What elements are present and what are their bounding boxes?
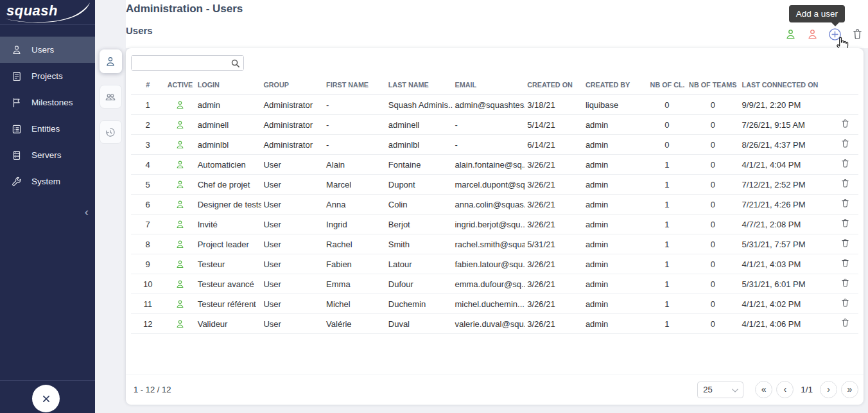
col-header-created-by[interactable]: CREATED BY — [584, 76, 648, 95]
history-icon — [104, 126, 117, 139]
sidebar-item-system[interactable]: System — [0, 168, 95, 195]
delete-row-button[interactable] — [840, 218, 851, 229]
cell-delete — [832, 215, 858, 234]
col-header-created-on[interactable]: CREATED ON — [525, 76, 584, 95]
cell-last-connected-on: 4/1/21, 4:03 PM — [740, 254, 832, 274]
cell-last-name: Dupont — [386, 175, 453, 195]
cell-email: ingrid.berjot@squ... — [453, 215, 525, 234]
cell-last-name: adminell — [386, 115, 453, 135]
squash-logo[interactable]: squash — [0, 0, 95, 25]
cell-group: User — [261, 195, 324, 215]
tab-users[interactable] — [100, 49, 122, 73]
cell-login: Testeur référent — [196, 294, 262, 314]
table-row[interactable]: 10 Testeur avancé User Emma Dufour emma.… — [131, 274, 858, 294]
deactivate-user-button[interactable] — [806, 28, 819, 41]
prev-page-button[interactable]: ‹ — [776, 381, 794, 398]
cell-num: 5 — [131, 175, 164, 195]
delete-row-button[interactable] — [840, 238, 851, 249]
cell-created-on: 3/26/21 — [525, 175, 584, 195]
cell-last-name: Squash Adminis... — [386, 95, 453, 115]
col-header-active[interactable]: ACTIVE — [164, 76, 195, 95]
col-header-nb-of-teams[interactable]: NB OF TEAMS — [686, 76, 740, 95]
table-header-row: # ACTIVE LOGIN GROUP FIRST NAME LAST NAM… — [131, 76, 858, 95]
table-row[interactable]: 5 Chef de projet User Marcel Dupont marc… — [131, 175, 858, 195]
delete-row-button[interactable] — [840, 198, 851, 209]
page-indicator: 1/1 — [801, 385, 813, 394]
tab-history[interactable] — [100, 120, 122, 144]
sidebar-collapse-button[interactable]: ‹ — [85, 206, 89, 218]
last-page-button[interactable]: » — [841, 381, 858, 398]
delete-row-button[interactable] — [840, 277, 851, 288]
delete-row-button[interactable] — [840, 258, 851, 268]
cell-delete — [832, 254, 858, 274]
delete-user-button[interactable] — [851, 28, 864, 41]
active-user-icon — [175, 239, 186, 250]
cell-group: User — [261, 155, 324, 175]
table-row[interactable]: 8 Project leader User Rachel Smith rache… — [131, 234, 858, 254]
page-title: Administration - Users — [126, 3, 243, 15]
close-button[interactable] — [32, 385, 60, 412]
tab-teams[interactable] — [100, 85, 122, 109]
cell-last-connected-on: 9/9/21, 2:20 PM — [740, 95, 832, 115]
delete-row-button[interactable] — [840, 158, 851, 169]
col-header-nb-of-cl[interactable]: NB OF CL. — [648, 76, 686, 95]
cell-email: - — [453, 115, 525, 135]
delete-row-button[interactable] — [840, 118, 851, 129]
cell-created-by: admin — [584, 234, 648, 254]
table-row[interactable]: 12 Valideur User Valérie Duval valerie.d… — [131, 314, 858, 334]
cell-last-connected-on: 4/1/21, 4:02 PM — [740, 294, 832, 314]
sidebar-item-servers[interactable]: Servers — [0, 142, 95, 168]
cell-delete — [832, 155, 858, 175]
delete-row-button[interactable] — [840, 178, 851, 189]
table-row[interactable]: 2 adminell Administrator - adminell - 5/… — [131, 115, 858, 135]
cell-group: User — [261, 234, 324, 254]
add-user-button[interactable] — [828, 27, 842, 42]
cell-num: 8 — [131, 234, 164, 254]
logo-text: squash — [6, 3, 58, 19]
cell-first-name: Michel — [324, 294, 386, 314]
table-row[interactable]: 1 admin Administrator - Squash Adminis..… — [131, 95, 858, 115]
cell-last-connected-on: 7/12/21, 2:52 PM — [740, 175, 832, 195]
sidebar-item-label: Milestones — [31, 98, 73, 107]
next-page-button[interactable]: › — [820, 381, 837, 398]
cell-first-name: Emma — [324, 274, 386, 294]
table-row[interactable]: 6 Designer de tests User Anna Colin anna… — [131, 195, 858, 215]
col-header-email[interactable]: EMAIL — [453, 76, 525, 95]
delete-row-button[interactable] — [840, 317, 851, 328]
cell-first-name: - — [324, 95, 386, 115]
cell-nb-of-cl: 1 — [648, 314, 686, 334]
table-row[interactable]: 9 Testeur User Fabien Latour fabien.lato… — [131, 254, 858, 274]
delete-row-button[interactable] — [840, 297, 851, 308]
header: Administration - Users Users — [126, 0, 868, 48]
delete-row-button[interactable] — [840, 138, 851, 149]
table-row[interactable]: 3 adminlbl Administrator - adminlbl - 6/… — [131, 135, 858, 155]
col-header-last-connected-on[interactable]: LAST CONNECTED ON — [740, 76, 832, 95]
cell-nb-of-cl: 1 — [648, 175, 686, 195]
col-header-login[interactable]: LOGIN — [196, 76, 262, 95]
cell-num: 1 — [131, 95, 164, 115]
table-row[interactable]: 11 Testeur référent User Michel Duchemin… — [131, 294, 858, 314]
first-page-button[interactable]: « — [755, 381, 772, 398]
server-icon — [11, 150, 22, 161]
sidebar-item-users[interactable]: Users — [0, 37, 95, 63]
cell-nb-of-cl: 1 — [648, 195, 686, 215]
cell-first-name: - — [324, 135, 386, 155]
sidebar-item-projects[interactable]: Projects — [0, 63, 95, 89]
col-header-num[interactable]: # — [131, 76, 164, 95]
sidebar-item-milestones[interactable]: Milestones — [0, 89, 95, 116]
cell-nb-of-cl: 1 — [648, 254, 686, 274]
sidebar-item-entities[interactable]: Entities — [0, 116, 95, 142]
col-header-group[interactable]: GROUP — [261, 76, 324, 95]
cell-num: 4 — [131, 155, 164, 175]
col-header-last-name[interactable]: LAST NAME — [386, 76, 453, 95]
table-row[interactable]: 7 Invité User Ingrid Berjot ingrid.berjo… — [131, 215, 858, 234]
search-input[interactable] — [132, 56, 243, 70]
cell-created-on: 3/26/21 — [525, 155, 584, 175]
table-row[interactable]: 4 Automaticien User Alain Fontaine alain… — [131, 155, 858, 175]
page-size-select[interactable]: 25 — [697, 382, 743, 398]
cell-nb-of-teams: 0 — [686, 195, 740, 215]
sidebar-item-label: System — [31, 177, 60, 186]
cell-nb-of-cl: 0 — [648, 135, 686, 155]
col-header-first-name[interactable]: FIRST NAME — [324, 76, 386, 95]
activate-user-button[interactable] — [784, 28, 797, 41]
